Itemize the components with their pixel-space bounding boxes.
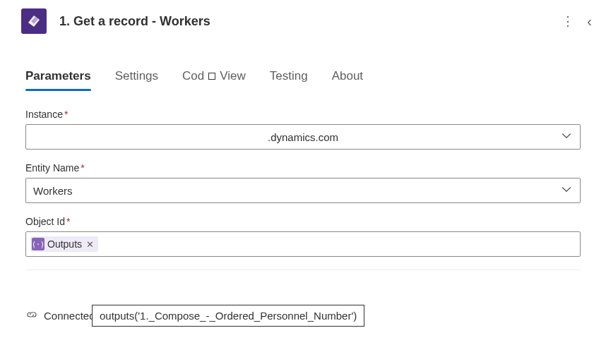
tab-parameters[interactable]: Parameters <box>25 69 91 90</box>
card-title: 1. Get a record - Workers <box>59 14 562 29</box>
square-marker-icon <box>208 73 215 80</box>
required-asterisk: * <box>64 109 68 120</box>
entity-value: Workers <box>33 185 73 197</box>
tab-about[interactable]: About <box>332 69 363 90</box>
entity-label-text: Entity Name <box>25 162 79 174</box>
parameters-form: Instance* .dynamics.com Entity Name* Wor… <box>0 90 606 257</box>
fx-icon: (·) <box>32 238 44 250</box>
field-object-id: Object Id* (·) Outputs ✕ <box>25 216 581 257</box>
expression-tooltip: outputs('1._Compose_-_Ordered_Personnel_… <box>92 305 364 327</box>
entity-label: Entity Name* <box>25 162 581 174</box>
tab-settings[interactable]: Settings <box>115 69 158 90</box>
section-divider <box>25 269 581 270</box>
tab-testing[interactable]: Testing <box>270 69 308 90</box>
card-header: 1. Get a record - Workers ⋮ ‹ <box>0 0 606 41</box>
chevron-down-icon <box>562 131 571 143</box>
more-menu-icon[interactable]: ⋮ <box>562 13 574 29</box>
chevron-down-icon <box>562 185 571 197</box>
objectid-label-text: Object Id <box>25 216 65 227</box>
objectid-input[interactable]: (·) Outputs ✕ <box>25 231 581 257</box>
required-asterisk: * <box>66 216 70 227</box>
expression-token[interactable]: (·) Outputs ✕ <box>30 236 98 252</box>
instance-label-text: Instance <box>25 109 63 120</box>
remove-token-icon[interactable]: ✕ <box>86 239 94 250</box>
field-entity-name: Entity Name* Workers <box>25 162 581 203</box>
field-instance: Instance* .dynamics.com <box>25 109 581 150</box>
dynamics-icon <box>25 13 42 30</box>
required-asterisk: * <box>81 162 84 174</box>
objectid-label: Object Id* <box>25 216 581 227</box>
link-icon <box>25 308 38 323</box>
tab-codeview-prefix: Cod <box>182 69 204 83</box>
tab-bar: Parameters Settings CodView Testing Abou… <box>0 69 606 90</box>
instance-value: .dynamics.com <box>268 131 338 143</box>
instance-label: Instance* <box>25 109 581 120</box>
header-actions: ⋮ ‹ <box>562 13 592 30</box>
tab-codeview-suffix: View <box>220 69 246 83</box>
entity-select[interactable]: Workers <box>25 178 581 203</box>
connector-icon <box>21 8 47 34</box>
collapse-chevron-icon[interactable]: ‹ <box>587 13 592 30</box>
instance-select[interactable]: .dynamics.com <box>25 124 581 150</box>
token-container: (·) Outputs ✕ <box>26 233 580 255</box>
token-label: Outputs <box>47 238 82 250</box>
tab-code-view[interactable]: CodView <box>182 69 246 90</box>
